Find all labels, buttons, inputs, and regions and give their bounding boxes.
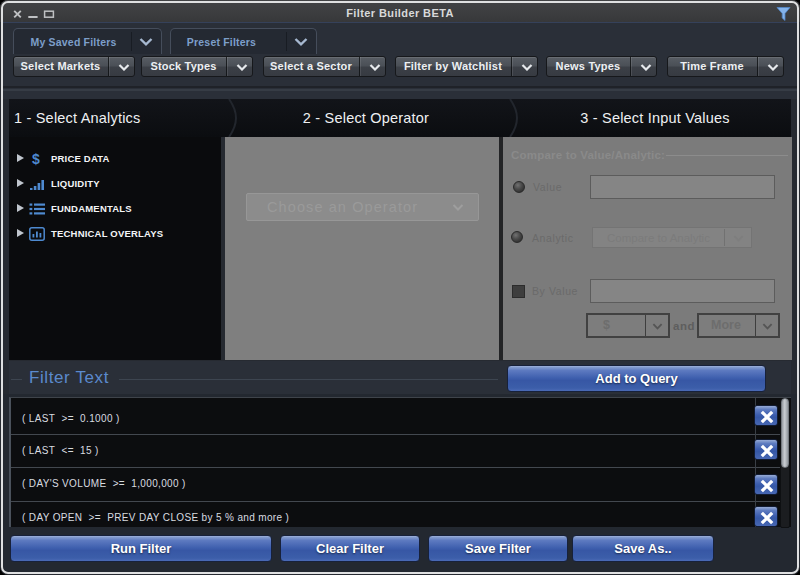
svg-text:$: $ <box>32 151 40 167</box>
